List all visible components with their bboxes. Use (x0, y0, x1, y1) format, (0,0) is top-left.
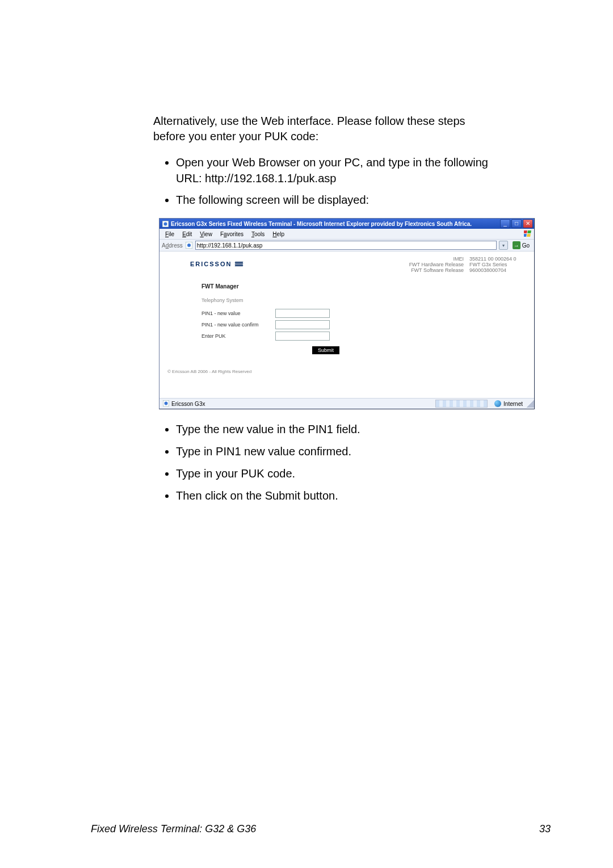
list-item: Open your Web Browser on your PC, and ty… (176, 154, 494, 186)
svg-point-1 (163, 222, 167, 225)
menu-help[interactable]: Help (269, 230, 288, 238)
maximize-button[interactable]: □ (511, 219, 522, 228)
list-item: Type the new value in the PIN1 field. (176, 421, 551, 438)
pin1-confirm-input[interactable] (275, 320, 330, 329)
list-item: Then click on the Submit button. (176, 487, 551, 505)
device-info: IMEI358211 00 000264 0 FWT Hardware Rele… (396, 256, 526, 273)
page-viewport: ERICSSON IMEI358211 00 000264 0 FWT Hard… (159, 251, 534, 398)
svg-rect-4 (524, 234, 527, 237)
close-button[interactable]: ✕ (523, 219, 533, 228)
pin1-input[interactable] (275, 309, 330, 318)
svg-point-9 (165, 401, 168, 405)
ie-page-icon (162, 220, 169, 227)
svg-rect-2 (524, 230, 527, 233)
address-dropdown-icon[interactable]: ▾ (499, 241, 508, 250)
title-bar: Ericsson G3x Series Fixed Wireless Termi… (159, 219, 534, 229)
menu-tools[interactable]: Tools (248, 230, 268, 238)
svg-point-7 (187, 244, 191, 247)
pin1-label: PIN1 - new value (201, 311, 275, 316)
page-footer: Fixed Wireless Terminal: G32 & G36 33 (91, 823, 551, 835)
footer-title: Fixed Wireless Terminal: G32 & G36 (91, 823, 256, 835)
window-title: Ericsson G3x Series Fixed Wireless Termi… (171, 221, 500, 227)
ericsson-logo: ERICSSON (190, 261, 243, 267)
submit-button[interactable]: Submit (312, 346, 339, 354)
go-label: Go (522, 242, 530, 249)
address-label: Address (162, 242, 183, 249)
address-input[interactable] (195, 241, 497, 250)
go-arrow-icon: → (513, 241, 520, 249)
ie-window: Ericsson G3x Series Fixed Wireless Termi… (159, 218, 535, 409)
status-left: Ericsson G3x (159, 400, 208, 408)
resize-grip-icon[interactable] (526, 400, 534, 408)
ie-page-icon (163, 400, 169, 408)
address-bar: Address ▾ → Go (159, 240, 534, 251)
status-zone: Internet (491, 400, 526, 407)
svg-rect-5 (527, 234, 531, 237)
puk-input[interactable] (275, 332, 330, 341)
telephony-system-subtitle: Telephony System (201, 297, 526, 303)
page-number: 33 (539, 823, 551, 835)
after-list: Type the new value in the PIN1 field. Ty… (153, 421, 551, 505)
menu-favorites[interactable]: Favorites (217, 230, 247, 238)
progress-indicator (435, 400, 488, 408)
internet-zone-icon (494, 400, 501, 407)
menu-file[interactable]: File (162, 230, 178, 238)
minimize-button[interactable]: _ (500, 219, 510, 228)
menu-bar: File Edit View Favorites Tools Help (159, 229, 534, 240)
status-bar: Ericsson G3x Internet (159, 398, 534, 409)
copyright-text: © Ericsson AB 2006 - All Rights Reserved (167, 369, 526, 374)
ie-page-icon (185, 241, 193, 249)
puk-label: Enter PUK (201, 333, 275, 339)
intro-paragraph: Alternatively, use the Web interface. Pl… (153, 114, 471, 144)
before-list: Open your Web Browser on your PC, and ty… (153, 154, 551, 208)
ericsson-waves-icon (235, 262, 243, 266)
list-item: Type in your PUK code. (176, 465, 551, 483)
browser-screenshot: Ericsson G3x Series Fixed Wireless Termi… (159, 218, 551, 409)
fwt-manager-title: FWT Manager (201, 283, 526, 290)
windows-logo-icon (523, 230, 532, 238)
list-item: Type in PIN1 new value confirmed. (176, 443, 551, 460)
list-item: The following screen will be displayed: (176, 192, 494, 208)
menu-view[interactable]: View (196, 230, 216, 238)
go-button[interactable]: → Go (510, 241, 532, 249)
menu-edit[interactable]: Edit (179, 230, 195, 238)
svg-rect-3 (527, 230, 531, 233)
pin1-confirm-label: PIN1 - new value confirm (201, 322, 275, 328)
